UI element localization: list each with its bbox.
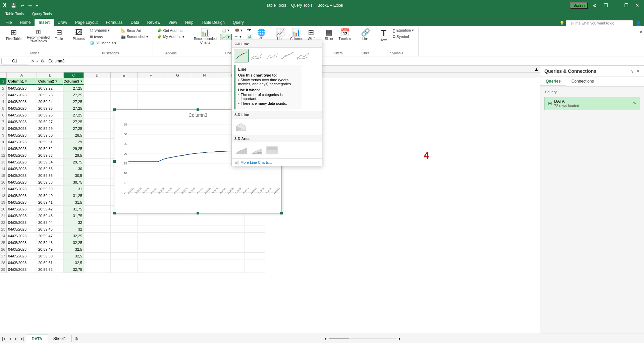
grid-cell[interactable]: 20:59:48: [37, 239, 64, 246]
grid-cell[interactable]: 04/05/2023: [7, 145, 37, 152]
grid-cell[interactable]: [191, 85, 218, 92]
grid-cell[interactable]: [84, 139, 111, 145]
grid-cell[interactable]: 27,25: [64, 92, 84, 98]
grid-cell[interactable]: [191, 78, 218, 85]
line-100pct-btn[interactable]: [265, 49, 279, 62]
grid-cell[interactable]: 20:59:31: [37, 139, 64, 145]
row-num-24[interactable]: 24: [0, 233, 7, 239]
grid-cell[interactable]: [164, 266, 191, 273]
grid-cell[interactable]: [84, 219, 111, 226]
line-markers-btn[interactable]: [280, 49, 295, 62]
pictures-btn[interactable]: 🖼 Pictures: [71, 28, 87, 42]
grid-cell[interactable]: 32,75: [64, 266, 84, 273]
line-basic-btn[interactable]: [234, 49, 249, 62]
grid-cell[interactable]: 04/05/2023: [7, 125, 37, 132]
grid-cell[interactable]: [191, 98, 218, 105]
grid-cell[interactable]: 04/05/2023: [7, 179, 37, 186]
grid-cell[interactable]: [84, 179, 111, 186]
query-edit-btn[interactable]: ✎: [633, 101, 636, 106]
area-basic-btn[interactable]: [234, 144, 249, 157]
area-stacked-btn[interactable]: [249, 144, 264, 157]
grid-cell[interactable]: [218, 212, 245, 219]
shapes-btn[interactable]: ⬡ Shapes ▾: [88, 28, 118, 33]
grid-cell[interactable]: [138, 259, 164, 266]
formula-input[interactable]: [47, 58, 643, 64]
row-num-3[interactable]: 3: [0, 92, 7, 98]
grid-cell[interactable]: 20:59:34: [37, 159, 64, 165]
grid-cell[interactable]: 04/05/2023: [7, 233, 37, 239]
grid-cell[interactable]: 20:59:29: [37, 125, 64, 132]
grid-cell[interactable]: 29: [64, 139, 84, 145]
grid-cell[interactable]: [245, 239, 265, 246]
grid-cell[interactable]: 04/05/2023: [7, 186, 37, 192]
grid-cell[interactable]: [84, 159, 111, 165]
grid-cell[interactable]: 31,75: [64, 206, 84, 212]
grid-cell[interactable]: [218, 233, 245, 239]
grid-cell[interactable]: 04/05/2023: [7, 212, 37, 219]
grid-cell[interactable]: 04/05/2023: [7, 105, 37, 112]
grid-cell[interactable]: [218, 253, 245, 259]
grid-cell[interactable]: Column1▾: [7, 78, 37, 85]
area-100pct-btn[interactable]: [265, 144, 279, 157]
grid-cell[interactable]: [84, 192, 111, 199]
grid-cell[interactable]: [138, 212, 164, 219]
tab-page-layout[interactable]: Page Layout: [71, 19, 102, 26]
grid-cell[interactable]: 04/05/2023: [7, 199, 37, 206]
grid-cell[interactable]: Column3▾: [64, 78, 84, 85]
row-num-16[interactable]: 16: [0, 179, 7, 186]
grid-cell[interactable]: [111, 233, 138, 239]
grid-cell[interactable]: [138, 253, 164, 259]
row-num-2[interactable]: 2: [0, 85, 7, 92]
row-num-19[interactable]: 19: [0, 199, 7, 206]
grid-cell[interactable]: 20:59:26: [37, 112, 64, 118]
grid-cell[interactable]: [245, 233, 265, 239]
pivot-chart-btn[interactable]: 📊: [246, 34, 254, 39]
share-icon[interactable]: 👤: [636, 20, 641, 26]
sign-in-button[interactable]: Sign in: [570, 2, 588, 9]
grid-cell[interactable]: [111, 98, 138, 105]
grid-cell[interactable]: [138, 246, 164, 253]
grid-cell[interactable]: 20:59:40: [37, 192, 64, 199]
tab-insert[interactable]: Insert: [35, 19, 54, 26]
grid-cell[interactable]: 31,5: [64, 199, 84, 206]
grid-cell[interactable]: 20:59:24: [37, 98, 64, 105]
grid-cell[interactable]: [84, 112, 111, 118]
grid-cell[interactable]: 32,25: [64, 239, 84, 246]
grid-cell[interactable]: 20:59:49: [37, 246, 64, 253]
grid-cell[interactable]: [191, 259, 218, 266]
row-num-27[interactable]: 27: [0, 253, 7, 259]
grid-cell[interactable]: 04/05/2023: [7, 85, 37, 92]
grid-cell[interactable]: [245, 226, 265, 233]
grid-cell[interactable]: 20:59:45: [37, 226, 64, 233]
grid-cell[interactable]: 04/05/2023: [7, 239, 37, 246]
grid-cell[interactable]: [191, 212, 218, 219]
row-num-8[interactable]: 8: [0, 125, 7, 132]
maximize-btn[interactable]: ❐: [622, 2, 631, 9]
grid-cell[interactable]: 04/05/2023: [7, 139, 37, 145]
row-num-13[interactable]: 13: [0, 159, 7, 165]
row-num-17[interactable]: 17: [0, 186, 7, 192]
grid-cell[interactable]: 04/05/2023: [7, 259, 37, 266]
h-scroll-thumb[interactable]: [329, 338, 349, 339]
grid-cell[interactable]: [164, 233, 191, 239]
grid-cell[interactable]: [191, 253, 218, 259]
tell-me-input[interactable]: [566, 20, 633, 26]
col-header-h[interactable]: H: [191, 72, 218, 78]
col-header-a[interactable]: A: [7, 72, 37, 78]
row-num-29[interactable]: 29: [0, 266, 7, 273]
link-btn[interactable]: 🔗 Link: [359, 28, 372, 42]
grid-cell[interactable]: [164, 92, 191, 98]
grid-cell[interactable]: [218, 259, 245, 266]
grid-cell[interactable]: [84, 165, 111, 172]
row-num-25[interactable]: 25: [0, 239, 7, 246]
grid-cell[interactable]: [111, 253, 138, 259]
grid-cell[interactable]: 20:59:50: [37, 253, 64, 259]
grid-cell[interactable]: 20:59:52: [37, 266, 64, 273]
sheet-tab-data[interactable]: DATA: [26, 335, 48, 343]
grid-cell[interactable]: 20:59:22: [37, 85, 64, 92]
grid-cell[interactable]: 04/05/2023: [7, 192, 37, 199]
grid-cell[interactable]: [245, 212, 265, 219]
grid-cell[interactable]: [164, 253, 191, 259]
grid-cell[interactable]: [218, 266, 245, 273]
grid-cell[interactable]: 32: [64, 226, 84, 233]
